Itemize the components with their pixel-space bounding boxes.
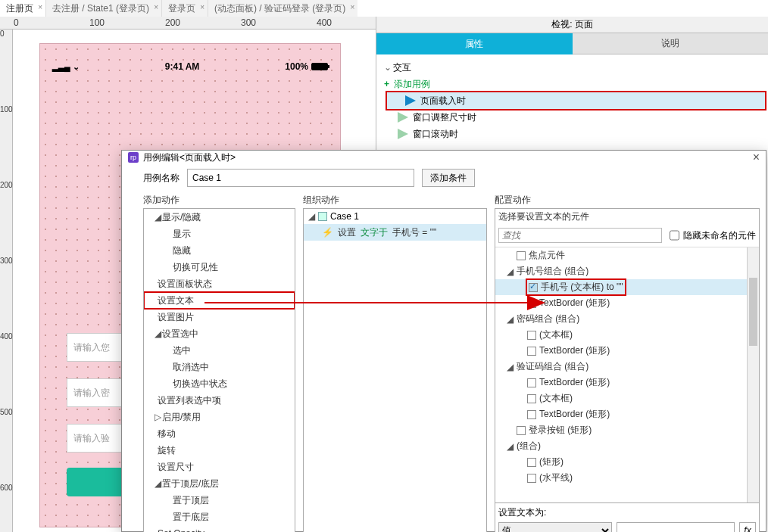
close-icon[interactable]: × — [38, 3, 42, 11]
checkbox[interactable] — [527, 394, 536, 403]
action-set-opacity[interactable]: Set Opacity — [144, 525, 295, 532]
value-mode-select[interactable]: 值 — [498, 522, 612, 532]
tab-captcha[interactable]: (动态面板) / 验证码登录 (登录页)× — [208, 0, 357, 17]
widget-item[interactable]: TextBorder (矩形) — [495, 343, 759, 359]
action-set-text[interactable]: 设置文本 — [144, 292, 295, 309]
checkbox[interactable] — [527, 347, 536, 356]
pick-widgets-label: 选择要设置文本的元件 — [495, 209, 759, 224]
checkbox[interactable] — [527, 458, 536, 467]
inspector-tabs: 属性 说明 — [376, 33, 768, 54]
widget-item[interactable]: 焦点元件 — [495, 247, 759, 263]
widget-list[interactable]: 焦点元件◢手机号组合 (组合)手机号 (文本框) to ""TextBorder… — [495, 247, 759, 502]
chevron-down-icon: ◢ — [153, 212, 162, 222]
widget-item[interactable]: (文本框) — [495, 327, 759, 343]
chevron-down-icon: ◢ — [506, 441, 514, 452]
chevron-right-icon: ▷ — [153, 412, 162, 422]
action-rotate[interactable]: 旋转 — [144, 442, 295, 459]
search-input[interactable] — [498, 228, 662, 243]
checkbox[interactable] — [517, 251, 526, 260]
tab-login[interactable]: 登录页× — [162, 0, 208, 17]
close-icon[interactable]: × — [154, 3, 158, 11]
action-node[interactable]: ⚡ 设置 文字于 手机号 = "" — [304, 224, 486, 241]
tab-register[interactable]: 注册页× — [0, 0, 45, 17]
case-node[interactable]: ◢Case 1 — [304, 209, 486, 224]
action-show[interactable]: 显示 — [144, 226, 295, 242]
dialog-titlebar[interactable]: rp 用例编辑<页面载入时> × — [122, 151, 766, 164]
widget-label: (水平线) — [539, 471, 573, 484]
action-set-image[interactable]: 设置图片 — [144, 309, 295, 325]
dialog-title: 用例编辑<页面载入时> — [143, 151, 236, 164]
widget-item[interactable]: TextBorder (矩形) — [495, 406, 759, 422]
widget-item[interactable]: ◢密码组合 (组合) — [495, 311, 759, 327]
add-use-case[interactable]: +添加用例 — [379, 76, 765, 92]
checkbox[interactable] — [529, 283, 538, 292]
action-enable-disable[interactable]: ▷启用/禁用 — [144, 409, 295, 425]
action-send-back[interactable]: 置于底层 — [144, 509, 295, 525]
value-input[interactable] — [617, 522, 735, 532]
tab-properties[interactable]: 属性 — [376, 33, 573, 54]
battery-label: 100% — [285, 61, 328, 72]
widget-item[interactable]: ◢手机号组合 (组合) — [495, 263, 759, 279]
widget-label: (矩形) — [539, 456, 564, 468]
widget-item[interactable]: TextBorder (矩形) — [495, 375, 759, 390]
close-icon[interactable]: × — [200, 3, 204, 11]
action-bring-front[interactable]: 置于顶层 — [144, 492, 295, 509]
battery-icon — [311, 63, 328, 70]
widget-item[interactable]: 登录按钮 (矩形) — [495, 422, 759, 438]
chevron-down-icon: ◢ — [153, 478, 162, 489]
interactions-header[interactable]: ⌄交互 — [379, 59, 765, 76]
vertical-ruler: 0 100 200 300 400 500 600 — [0, 30, 13, 532]
case-icon — [318, 212, 327, 221]
scrollbar[interactable] — [747, 247, 759, 502]
fx-button[interactable]: fx — [739, 522, 756, 532]
checkbox[interactable] — [527, 378, 536, 387]
tab-notes[interactable]: 说明 — [573, 33, 769, 54]
action-move[interactable]: 移动 — [144, 425, 295, 442]
widget-item[interactable]: 手机号 (文本框) to "" — [495, 279, 747, 295]
checkbox[interactable] — [517, 426, 526, 435]
organize-tree[interactable]: ◢Case 1 ⚡ 设置 文字于 手机号 = "" — [303, 208, 487, 532]
actions-tree[interactable]: ◢显示/隐藏 显示 隐藏 切换可见性 设置面板状态 设置文本 设置图片 ◢设置选… — [143, 208, 295, 532]
tab-goregister[interactable]: 去注册 / State1 (登录页)× — [46, 0, 161, 17]
hide-unnamed-checkbox[interactable]: 隐藏未命名的元件 — [667, 226, 756, 245]
widget-item[interactable]: ◢验证码组合 (组合) — [495, 359, 759, 375]
trigger-window-scroll[interactable]: 窗口滚动时 — [379, 126, 765, 142]
set-text-for-label: 设置文本为: — [498, 506, 756, 519]
widget-label: (文本框) — [539, 328, 573, 341]
case-name-input[interactable] — [187, 169, 414, 187]
widget-item[interactable]: (水平线) — [495, 470, 759, 486]
action-toggle-visibility[interactable]: 切换可见性 — [144, 259, 295, 275]
checkbox[interactable] — [527, 474, 536, 483]
chevron-down-icon: ◢ — [506, 314, 514, 325]
action-set-size[interactable]: 设置尺寸 — [144, 459, 295, 475]
trigger-window-resize[interactable]: 窗口调整尺寸时 — [379, 109, 765, 126]
action-set-list-selected[interactable]: 设置列表选中项 — [144, 392, 295, 409]
action-select[interactable]: 选中 — [144, 342, 295, 359]
checkbox[interactable] — [527, 331, 536, 340]
add-condition-button[interactable]: 添加条件 — [422, 169, 475, 187]
widget-item[interactable]: ◢(组合) — [495, 438, 759, 454]
configure-panel: 选择要设置文本的元件 隐藏未命名的元件 焦点元件◢手机号组合 (组合)手机号 (… — [495, 208, 760, 532]
widget-label: TextBorder (矩形) — [539, 408, 610, 421]
action-deselect[interactable]: 取消选中 — [144, 359, 295, 375]
action-set-panel-state[interactable]: 设置面板状态 — [144, 275, 295, 292]
widget-label: 密码组合 (组合) — [517, 313, 579, 325]
widget-item[interactable]: TextBorder (矩形) — [495, 295, 759, 311]
trigger-icon — [405, 95, 416, 106]
widget-item[interactable]: (文本框) — [495, 390, 759, 406]
checkbox[interactable] — [527, 410, 536, 419]
trigger-page-load[interactable]: 页面载入时 — [387, 92, 765, 109]
widget-item[interactable]: (矩形) — [495, 454, 759, 470]
clock-text: 9:41 AM — [165, 61, 200, 72]
inspector-title: 检视: 页面 — [376, 17, 768, 33]
signal-icon: ▂▃▄ ⌄ — [52, 62, 80, 72]
action-hide[interactable]: 隐藏 — [144, 242, 295, 259]
interactions-section: ⌄交互 +添加用例 页面载入时 窗口调整尺寸时 窗口滚动时 — [376, 54, 768, 147]
close-icon[interactable]: × — [753, 151, 760, 164]
chevron-down-icon: ⌄ — [384, 62, 393, 73]
close-icon[interactable]: × — [351, 3, 355, 11]
checkbox[interactable] — [527, 299, 536, 308]
action-toggle-select[interactable]: 切换选中状态 — [144, 375, 295, 392]
col-organize-header: 组织动作 — [303, 191, 487, 208]
tab-label: 登录页 — [168, 2, 195, 15]
